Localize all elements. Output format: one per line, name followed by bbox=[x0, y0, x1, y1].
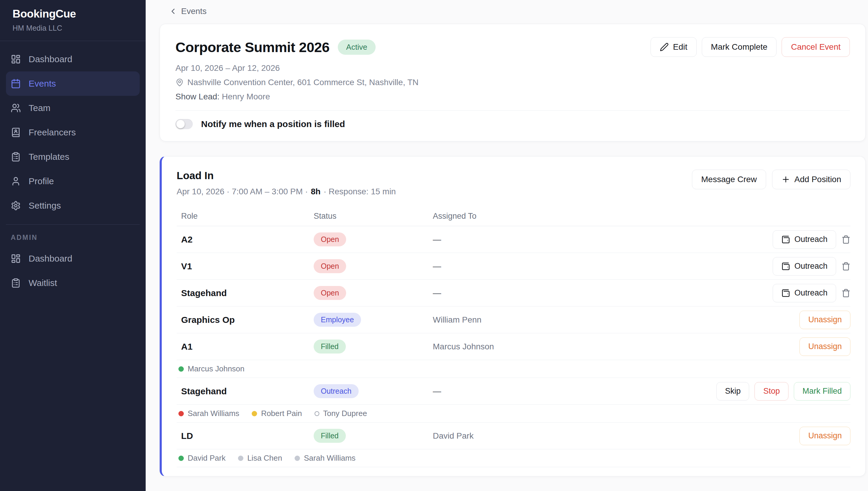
status-badge: Outreach bbox=[314, 384, 359, 398]
assigned-cell: David Park bbox=[433, 431, 799, 441]
book-user-icon bbox=[11, 127, 21, 138]
assigned-cell: — bbox=[433, 386, 716, 396]
chevron-left-icon bbox=[169, 7, 178, 16]
shift-duration: 8h bbox=[311, 187, 321, 196]
show-lead-label: Show Lead: bbox=[175, 92, 220, 101]
wallet-icon bbox=[781, 235, 790, 244]
mark-filled-button[interactable]: Mark Filled bbox=[794, 382, 850, 401]
outreach-button[interactable]: Outreach bbox=[773, 284, 836, 302]
table-header: Role Status Assigned To bbox=[177, 206, 850, 226]
breadcrumb-back-link[interactable]: Events bbox=[169, 6, 207, 16]
trash-icon bbox=[841, 262, 850, 271]
shift-card: Load In Apr 10, 2026 · 7:00 AM – 3:00 PM… bbox=[160, 156, 866, 476]
sidebar-item-dashboard[interactable]: Dashboard bbox=[6, 247, 140, 271]
sidebar: BookingCue HM Media LLC DashboardEventsT… bbox=[0, 0, 146, 491]
cancel-event-button[interactable]: Cancel Event bbox=[782, 37, 850, 57]
assigned-cell: William Penn bbox=[433, 315, 799, 325]
toggle-knob bbox=[177, 120, 185, 128]
notify-toggle-label: Notify me when a position is filled bbox=[201, 119, 345, 129]
edit-button[interactable]: Edit bbox=[651, 37, 697, 57]
sidebar-item-team[interactable]: Team bbox=[6, 96, 140, 120]
org-name: HM Media LLC bbox=[12, 24, 133, 32]
role-cell: Stagehand bbox=[181, 386, 314, 396]
outreach-button[interactable]: Outreach bbox=[773, 230, 836, 249]
sidebar-item-events[interactable]: Events bbox=[6, 71, 140, 96]
sidebar-item-profile[interactable]: Profile bbox=[6, 169, 140, 194]
brand-block: BookingCue HM Media LLC bbox=[0, 0, 146, 41]
status-badge: Open bbox=[314, 259, 346, 273]
plus-icon bbox=[781, 175, 790, 184]
candidate-list: Sarah WilliamsRobert PainTony Dupree bbox=[177, 405, 850, 423]
candidate-list: Marcus Johnson bbox=[177, 360, 850, 378]
candidate-item: Sarah Williams bbox=[179, 409, 239, 418]
divider bbox=[175, 110, 850, 111]
table-row: StagehandOpen—Outreach bbox=[177, 280, 850, 307]
assigned-cell: — bbox=[433, 235, 773, 244]
status-badge: Employee bbox=[314, 313, 361, 327]
page-title: Corporate Summit 2026 bbox=[175, 39, 329, 55]
unassign-button[interactable]: Unassign bbox=[799, 338, 850, 356]
sidebar-item-settings[interactable]: Settings bbox=[6, 194, 140, 218]
assigned-cell: Marcus Johnson bbox=[433, 342, 799, 351]
sidebar-admin-section: ADMIN DashboardWaitlist bbox=[0, 225, 146, 295]
notify-toggle[interactable] bbox=[175, 119, 193, 129]
status-badge: Filled bbox=[314, 429, 346, 443]
column-header-role: Role bbox=[181, 211, 314, 221]
stop-button[interactable]: Stop bbox=[755, 382, 788, 401]
assigned-cell: — bbox=[433, 262, 773, 271]
unassign-button[interactable]: Unassign bbox=[799, 427, 850, 445]
row-actions: Unassign bbox=[799, 311, 850, 329]
map-pin-icon bbox=[175, 78, 184, 87]
users-icon bbox=[11, 103, 21, 113]
delete-button[interactable] bbox=[841, 289, 850, 297]
candidate-status-dot bbox=[315, 411, 319, 416]
mark-complete-button[interactable]: Mark Complete bbox=[702, 37, 777, 57]
candidate-item: Sarah Williams bbox=[295, 454, 355, 463]
row-actions: SkipStopMark Filled bbox=[716, 382, 850, 401]
trash-icon bbox=[841, 235, 850, 244]
delete-button[interactable] bbox=[841, 262, 850, 271]
skip-button[interactable]: Skip bbox=[716, 382, 750, 401]
dashboard-icon bbox=[11, 254, 21, 264]
row-actions: Unassign bbox=[799, 338, 850, 356]
breadcrumb-label: Events bbox=[181, 6, 207, 16]
candidate-item: Lisa Chen bbox=[238, 454, 282, 463]
add-position-button[interactable]: Add Position bbox=[772, 170, 850, 189]
candidate-list: David ParkLisa ChenSarah Williams bbox=[177, 449, 850, 467]
shift-title: Load In bbox=[177, 170, 396, 181]
outreach-button[interactable]: Outreach bbox=[773, 257, 836, 276]
candidate-status-dot bbox=[179, 366, 184, 372]
sidebar-item-templates[interactable]: Templates bbox=[6, 145, 140, 169]
candidate-item: David Park bbox=[179, 454, 225, 463]
show-lead-name: Henry Moore bbox=[222, 92, 270, 101]
sidebar-item-waitlist[interactable]: Waitlist bbox=[6, 271, 140, 295]
unassign-button[interactable]: Unassign bbox=[799, 311, 850, 329]
role-cell: LD bbox=[181, 431, 314, 441]
row-actions: Unassign bbox=[799, 427, 850, 445]
app-logo: BookingCue bbox=[12, 8, 133, 20]
table-row: LDFilledDavid ParkUnassign bbox=[177, 423, 850, 449]
positions-table: Role Status Assigned To A2Open—OutreachV… bbox=[177, 206, 850, 467]
clipboard-list-icon bbox=[11, 152, 21, 162]
candidate-item: Marcus Johnson bbox=[179, 364, 245, 373]
sidebar-item-freelancers[interactable]: Freelancers bbox=[6, 120, 140, 145]
delete-button[interactable] bbox=[841, 235, 850, 244]
sidebar-admin-nav: DashboardWaitlist bbox=[6, 247, 140, 295]
wallet-icon bbox=[781, 289, 790, 297]
role-cell: A1 bbox=[181, 342, 314, 352]
sidebar-item-dashboard[interactable]: Dashboard bbox=[6, 47, 140, 71]
candidate-status-dot bbox=[179, 411, 184, 416]
assigned-cell: — bbox=[433, 288, 773, 298]
candidate-item: Robert Pain bbox=[252, 409, 302, 418]
role-cell: Graphics Op bbox=[181, 315, 314, 325]
candidate-status-dot bbox=[252, 411, 257, 416]
table-row: StagehandOutreach—SkipStopMark Filled bbox=[177, 378, 850, 405]
pencil-icon bbox=[660, 42, 669, 52]
trash-icon bbox=[841, 289, 850, 297]
table-row: A1FilledMarcus JohnsonUnassign bbox=[177, 333, 850, 360]
message-crew-button[interactable]: Message Crew bbox=[692, 170, 766, 189]
table-row: Graphics OpEmployeeWilliam PennUnassign bbox=[177, 307, 850, 333]
status-badge: Filled bbox=[314, 340, 346, 353]
candidate-status-dot bbox=[238, 456, 243, 461]
table-row: V1Open—Outreach bbox=[177, 253, 850, 280]
